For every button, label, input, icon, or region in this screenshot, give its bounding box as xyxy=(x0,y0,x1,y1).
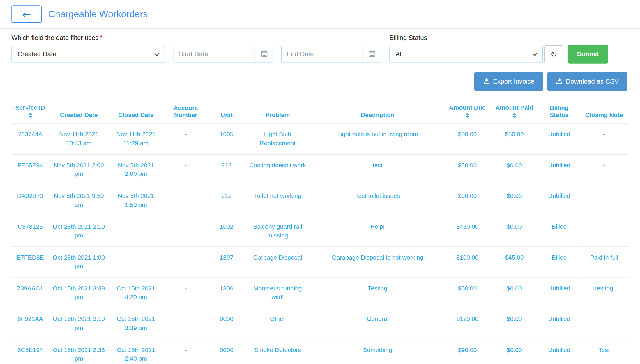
column-label: Unit xyxy=(221,111,233,118)
start-date-group xyxy=(174,46,273,63)
chevron-down-icon xyxy=(532,51,538,58)
cell-service-id[interactable]: 6C5E194 xyxy=(11,339,49,364)
export-invoice-button[interactable]: Export Invoice xyxy=(474,72,543,91)
table-body: 783744ANov 11th 2021 10:43 amNov 11th 20… xyxy=(11,123,629,364)
column-label: Amount Paid xyxy=(495,104,533,111)
column-header-account-number: Account Number xyxy=(163,100,208,123)
date-field-select[interactable]: Created Date xyxy=(11,46,165,63)
table-row[interactable]: FE65E94Nov 5th 2021 2:00 pmNov 5th 2021 … xyxy=(11,154,629,185)
cell-description: Light bulb is out in living room xyxy=(310,123,445,154)
cell-account-number: - xyxy=(163,246,208,277)
column-header-amount-paid[interactable]: Amount Paid xyxy=(490,100,539,123)
cell-created-date: Oct 28th 2021 1:00 pm xyxy=(49,246,109,277)
cell-unit: 1002 xyxy=(208,216,245,247)
column-label: Closed Date xyxy=(118,111,154,118)
cell-service-id[interactable]: 739AAC1 xyxy=(11,277,49,308)
date-field-label: Which field the date filter uses* xyxy=(11,34,103,42)
cell-description: Testing xyxy=(310,277,445,308)
cell-unit: 1807 xyxy=(208,246,245,277)
page-title: Chargeable Workorders xyxy=(48,8,148,19)
cell-account-number: - xyxy=(163,216,208,247)
cell-unit: 1806 xyxy=(208,277,245,308)
table-row[interactable]: 783744ANov 11th 2021 10:43 amNov 11th 20… xyxy=(11,123,629,154)
cell-closing-note: Test xyxy=(580,339,629,364)
table-row[interactable]: DA92B73Nov 5th 2021 9:50 amNov 5th 2021 … xyxy=(11,185,629,216)
table-row[interactable]: C878125Oct 28th 2021 2:19 pm--1002Balcon… xyxy=(11,216,629,247)
cell-problem: Cooling doesn't work xyxy=(245,154,310,185)
billing-status-select[interactable]: All xyxy=(389,46,543,63)
cell-account-number: - xyxy=(163,339,208,364)
cell-account-number: - xyxy=(163,185,208,216)
start-date-input[interactable] xyxy=(174,46,255,62)
cell-problem: Monster's running wild! xyxy=(245,277,310,308)
table-row[interactable]: E7FED8EOct 28th 2021 1:00 pm--1807Garbag… xyxy=(11,246,629,277)
cell-closing-note: - xyxy=(580,216,629,247)
cell-unit: 212 xyxy=(208,154,245,185)
download-csv-label: Download as CSV xyxy=(566,78,619,85)
column-header-closing-note: Closing Note xyxy=(580,100,629,123)
cell-account-number: - xyxy=(163,123,208,154)
cell-unit: 0000 xyxy=(208,308,245,339)
cell-description: Garabage Disposal is not working xyxy=(310,246,445,277)
cell-billing-status: Billed xyxy=(539,216,579,247)
cell-amount-paid: $0.00 xyxy=(490,308,539,339)
table-row[interactable]: 739AAC1Oct 15th 2021 3:39 pmOct 15th 202… xyxy=(11,277,629,308)
cell-description: General xyxy=(310,308,445,339)
cell-billing-status: Unbilled xyxy=(539,123,579,154)
column-header-billing-status: Billing Status xyxy=(539,100,579,123)
cell-closing-note: Paid in full xyxy=(580,246,629,277)
sort-icon[interactable] xyxy=(28,113,32,118)
calendar-icon xyxy=(261,50,268,58)
end-date-calendar-button[interactable] xyxy=(363,46,381,62)
column-label: Amount Due xyxy=(449,104,486,111)
cell-billing-status: Unbilled xyxy=(539,154,579,185)
cell-description: Test toilet issues xyxy=(310,185,445,216)
cell-service-id[interactable]: FE65E94 xyxy=(11,154,49,185)
billing-status-label: Billing Status xyxy=(389,34,427,42)
cell-amount-paid: $0.00 xyxy=(490,277,539,308)
column-header-amount-due[interactable]: Amount Due xyxy=(445,100,490,123)
submit-button[interactable]: Submit xyxy=(568,45,608,63)
cell-service-id[interactable]: 783744A xyxy=(11,123,49,154)
cell-created-date: Nov 11th 2021 10:43 am xyxy=(49,123,109,154)
reset-filters-button[interactable]: ↻ xyxy=(544,45,563,63)
download-icon xyxy=(483,77,489,86)
column-label: Problem xyxy=(265,111,290,118)
cell-account-number: - xyxy=(163,154,208,185)
sort-icon[interactable] xyxy=(465,113,469,118)
cell-service-id[interactable]: E7FED8E xyxy=(11,246,49,277)
column-header-closed-date: Closed Date xyxy=(109,100,163,123)
cell-problem: Balcony guard rail missing xyxy=(245,216,310,247)
start-date-calendar-button[interactable] xyxy=(255,46,273,62)
cell-closed-date: - xyxy=(109,246,163,277)
cell-problem: Other xyxy=(245,308,310,339)
table-header: Service IDCreated DateClosed DateAccount… xyxy=(11,100,629,123)
end-date-input[interactable] xyxy=(282,46,363,62)
cell-amount-paid: $0.00 xyxy=(490,339,539,364)
cell-description: test xyxy=(310,154,445,185)
cell-closed-date: Oct 15th 2021 4:20 pm xyxy=(109,277,163,308)
cell-account-number: - xyxy=(163,308,208,339)
cell-closed-date: - xyxy=(109,216,163,247)
column-header-created-date: Created Date xyxy=(49,100,109,123)
cell-billing-status: Unbilled xyxy=(539,308,579,339)
download-csv-button[interactable]: Download as CSV xyxy=(547,72,627,91)
table-row[interactable]: 6C5E194Oct 15th 2021 2:36 pmOct 15th 202… xyxy=(11,339,629,364)
cell-service-id[interactable]: 6F921AA xyxy=(11,308,49,339)
cell-description: Help! xyxy=(310,216,445,247)
cell-amount-due: $100.00 xyxy=(445,246,490,277)
cell-closing-note: - xyxy=(580,154,629,185)
back-button[interactable]: ← xyxy=(11,5,42,23)
sort-icon[interactable] xyxy=(512,113,517,118)
cell-created-date: Oct 15th 2021 3:39 pm xyxy=(49,277,109,308)
cell-service-id[interactable]: DA92B73 xyxy=(11,185,49,216)
cell-service-id[interactable]: C878125 xyxy=(11,216,49,247)
billing-status-selected-value: All xyxy=(395,51,403,58)
cell-closing-note: - xyxy=(580,185,629,216)
pagination-info: 25 of 25 xyxy=(10,104,31,111)
cell-amount-due: $50.00 xyxy=(445,277,490,308)
column-header-service-id[interactable]: Service ID xyxy=(11,100,49,123)
cell-closed-date: Nov 11th 2021 11:29 am xyxy=(109,123,163,154)
cell-closed-date: Oct 15th 2021 3:39 pm xyxy=(109,308,163,339)
table-row[interactable]: 6F921AAOct 15th 2021 3:10 pmOct 15th 202… xyxy=(11,308,629,339)
